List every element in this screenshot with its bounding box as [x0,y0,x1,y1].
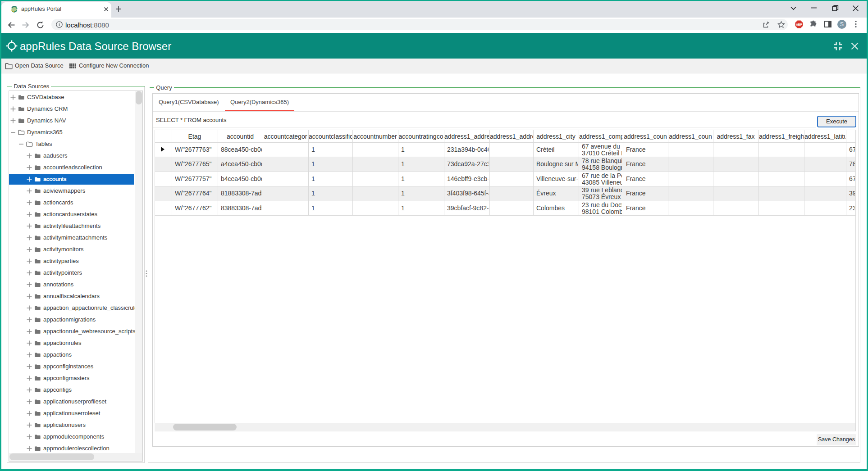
svg-text:ABP: ABP [796,23,802,26]
